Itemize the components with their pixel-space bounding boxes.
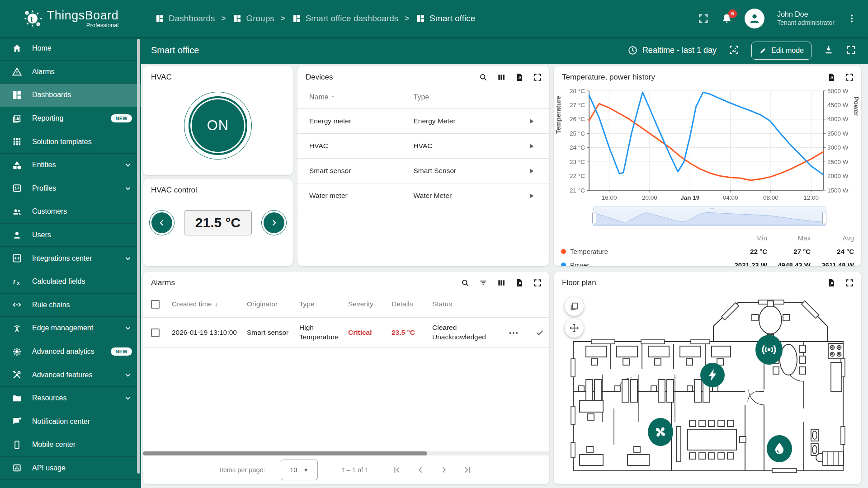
column-header-details[interactable]: Details	[392, 300, 432, 308]
breadcrumb-item-dashboards[interactable]: Dashboards	[155, 14, 215, 23]
sidebar-item-mobile-center[interactable]: Mobile center	[0, 433, 141, 457]
export-icon[interactable]	[515, 278, 524, 287]
sidebar-item-edge-management[interactable]: Edge management	[0, 317, 141, 340]
search-icon[interactable]	[461, 278, 470, 287]
sidebar-item-white-labeling[interactable]: White labeling	[0, 480, 141, 488]
legend-item-temperature[interactable]: Temperature	[561, 248, 724, 255]
sidebar-item-advanced-features[interactable]: Advanced features	[0, 363, 141, 387]
table-row[interactable]: Water meter Water Meter	[297, 183, 549, 208]
table-columns-icon[interactable]	[497, 73, 506, 82]
water-marker[interactable]	[767, 435, 792, 462]
row-checkbox[interactable]	[151, 328, 160, 337]
fullscreen-icon[interactable]	[533, 73, 542, 82]
range-selector-top-bar[interactable]	[593, 206, 826, 210]
breadcrumb-item-smart-office-dashboards[interactable]: Smart office dashboards	[292, 14, 399, 23]
sidebar-item-profiles[interactable]: Profiles	[0, 177, 141, 201]
sidebar-item-calculated-fields[interactable]: Calculated fields	[0, 270, 141, 294]
floor-plan-drawing[interactable]	[560, 291, 856, 477]
fan-marker[interactable]	[648, 418, 673, 446]
range-handle-left[interactable]	[592, 212, 596, 224]
timewindow-button[interactable]: Realtime - last 1 day	[627, 45, 717, 56]
sidebar-item-home[interactable]: Home	[0, 37, 141, 61]
hvac-state-label: ON	[207, 117, 229, 134]
temperature-increase-button[interactable]	[261, 210, 287, 235]
header-fullscreen-button[interactable]	[698, 13, 709, 24]
sidebar-item-rule-chains[interactable]: Rule chains	[0, 294, 141, 317]
device-name: HVAC	[309, 142, 414, 150]
fullscreen-icon[interactable]	[845, 278, 854, 287]
export-icon[interactable]	[827, 278, 836, 287]
sidebar-item-customers[interactable]: Customers	[0, 200, 141, 224]
table-row[interactable]: 2026-01-19 13:10:00 Smart sensor HighTem…	[143, 317, 549, 348]
map-pan-button[interactable]	[565, 319, 584, 338]
map-layers-button[interactable]	[565, 297, 584, 316]
row-actions-menu[interactable]: •••	[509, 329, 535, 337]
column-header-name[interactable]: Name↑	[309, 93, 414, 101]
search-icon[interactable]	[479, 73, 488, 82]
user-info[interactable]: John Doe Tenant administrator	[777, 10, 835, 27]
next-page-icon[interactable]	[439, 465, 449, 475]
wifi-marker[interactable]	[755, 335, 783, 365]
sidebar-item-entities[interactable]: Entities	[0, 154, 141, 177]
sidebar-item-label: API usage	[32, 464, 132, 472]
sidebar-item-dashboards[interactable]: Dashboards	[0, 84, 141, 107]
chart-range-selector[interactable]	[593, 210, 826, 226]
dashboard-screenshot-button[interactable]	[728, 44, 740, 57]
app-logo[interactable]: t ThingsBoard Professional	[0, 9, 141, 28]
column-header-originator[interactable]: Originator	[247, 300, 299, 308]
widget-title: Floor plan	[562, 278, 596, 287]
edit-mode-button[interactable]: Edit mode	[751, 42, 811, 60]
play-icon[interactable]	[528, 167, 535, 175]
svg-text:Jan 19: Jan 19	[680, 194, 699, 201]
notifications-button[interactable]: 6	[721, 13, 733, 25]
dashboard-export-button[interactable]	[823, 44, 834, 56]
range-handle-right[interactable]	[822, 212, 826, 224]
table-columns-icon[interactable]	[497, 278, 506, 287]
play-icon[interactable]	[528, 192, 535, 200]
sidebar-item-advanced-analytics[interactable]: Advanced analyticsNEW	[0, 340, 141, 364]
sidebar-item-notification-center[interactable]: Notification center	[0, 410, 141, 434]
hvac-power-button[interactable]: ON	[184, 92, 252, 160]
table-row[interactable]: Energy meter Energy Meter	[297, 109, 549, 134]
sidebar-item-users[interactable]: Users	[0, 224, 141, 247]
last-page-icon[interactable]	[462, 465, 472, 475]
fullscreen-icon[interactable]	[845, 73, 854, 82]
svg-text:16:00: 16:00	[602, 194, 617, 201]
sidebar-item-api-usage[interactable]: API usage	[0, 457, 141, 480]
column-header-created-time[interactable]: Created time↓	[172, 300, 247, 308]
user-avatar[interactable]	[745, 9, 764, 28]
filter-icon[interactable]	[479, 278, 488, 287]
select-all-checkbox[interactable]	[151, 300, 160, 309]
previous-page-icon[interactable]	[415, 465, 425, 475]
column-header-status[interactable]: Status	[432, 300, 509, 308]
temperature-decrease-button[interactable]	[149, 210, 175, 235]
power-marker[interactable]	[700, 363, 725, 387]
play-icon[interactable]	[528, 117, 535, 125]
sidebar-item-resources[interactable]: Resources	[0, 387, 141, 410]
sidebar-item-integrations-center[interactable]: Integrations center	[0, 247, 141, 270]
sidebar-item-alarms[interactable]: Alarms	[0, 61, 141, 84]
play-icon[interactable]	[528, 142, 535, 150]
sidebar-scrollbar[interactable]	[137, 39, 140, 474]
column-header-severity[interactable]: Severity	[348, 300, 392, 308]
table-row[interactable]: Smart sensor Smart Sensor	[297, 159, 549, 183]
breadcrumb-item-smart-office[interactable]: Smart office	[415, 14, 475, 23]
items-per-page-select[interactable]: 10 ▼	[281, 460, 318, 480]
first-page-icon[interactable]	[392, 465, 402, 475]
breadcrumb-item-groups[interactable]: Groups	[232, 14, 274, 23]
column-header-type[interactable]: Type	[299, 300, 348, 308]
export-icon[interactable]	[515, 73, 524, 82]
acknowledge-check-icon[interactable]	[535, 328, 544, 337]
column-header-type[interactable]: Type	[414, 93, 518, 101]
sidebar-item-reporting[interactable]: ReportingNEW	[0, 107, 141, 131]
sidebar-item-solution-templates[interactable]: Solution templates	[0, 130, 141, 154]
alarm-originator: Smart sensor	[247, 328, 299, 337]
export-icon[interactable]	[827, 73, 836, 82]
table-row[interactable]: HVAC HVAC	[297, 134, 549, 159]
dashboard-fullscreen-button[interactable]	[846, 45, 856, 56]
svg-text:23 °C: 23 °C	[570, 159, 585, 165]
horizontal-scrollbar-thumb[interactable]	[143, 451, 427, 455]
legend-item-power[interactable]: Power	[561, 261, 724, 266]
fullscreen-icon[interactable]	[533, 278, 542, 287]
header-menu-button[interactable]	[846, 13, 857, 24]
